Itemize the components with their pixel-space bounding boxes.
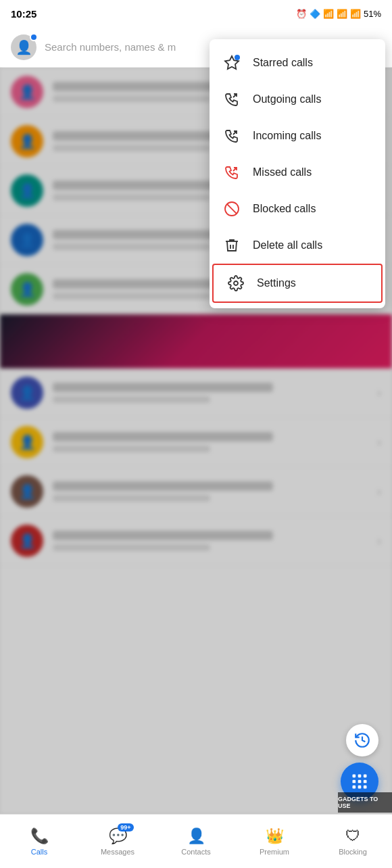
nav-item-blocking[interactable]: 🛡 Blocking bbox=[314, 827, 392, 856]
settings-icon bbox=[227, 274, 245, 292]
call-icon: 📶 bbox=[323, 9, 334, 19]
blocked-calls-label: Blocked calls bbox=[253, 203, 316, 215]
svg-rect-13 bbox=[364, 780, 367, 783]
outgoing-calls-label: Outgoing calls bbox=[253, 93, 321, 105]
avatar-notification-dot bbox=[30, 33, 38, 41]
svg-rect-14 bbox=[353, 786, 356, 789]
menu-item-blocked-calls[interactable]: Blocked calls bbox=[210, 191, 385, 227]
bluetooth-icon: 🔷 bbox=[310, 9, 320, 19]
svg-rect-9 bbox=[358, 775, 362, 778]
watermark-text: GADGETS TO USE bbox=[338, 796, 392, 809]
premium-nav-icon: 👑 bbox=[266, 827, 284, 845]
nav-item-contacts[interactable]: 👤 Contacts bbox=[157, 827, 235, 856]
blocking-nav-icon: 🛡 bbox=[345, 827, 360, 845]
calls-nav-icon: 📞 bbox=[30, 827, 49, 845]
svg-rect-11 bbox=[353, 780, 356, 783]
messages-badge: 99+ bbox=[118, 823, 133, 831]
watermark: GADGETS TO USE bbox=[338, 792, 392, 813]
dropdown-menu: Starred calls Outgoing calls Incoming ca… bbox=[210, 39, 385, 308]
svg-line-6 bbox=[227, 204, 237, 214]
contacts-nav-label: Contacts bbox=[181, 848, 210, 856]
menu-item-settings[interactable]: Settings bbox=[212, 264, 383, 303]
svg-rect-10 bbox=[364, 775, 367, 778]
menu-item-delete-calls[interactable]: Delete all calls bbox=[210, 227, 385, 264]
battery-icon: 51% bbox=[364, 9, 381, 19]
alarm-icon: ⏰ bbox=[296, 9, 307, 19]
starred-calls-label: Starred calls bbox=[253, 57, 313, 69]
svg-point-7 bbox=[234, 281, 238, 285]
delete-icon bbox=[223, 237, 241, 254]
svg-point-1 bbox=[235, 55, 240, 60]
incoming-calls-label: Incoming calls bbox=[253, 130, 321, 142]
incoming-call-icon bbox=[223, 127, 241, 145]
status-time: 10:25 bbox=[11, 8, 36, 20]
signal-icon: 📶 bbox=[350, 9, 361, 19]
menu-item-incoming-calls[interactable]: Incoming calls bbox=[210, 118, 385, 154]
premium-nav-label: Premium bbox=[260, 848, 289, 856]
svg-rect-12 bbox=[358, 780, 362, 783]
avatar[interactable]: 👤 bbox=[11, 34, 36, 60]
svg-rect-8 bbox=[353, 775, 356, 778]
wifi-icon: 📶 bbox=[337, 9, 347, 19]
menu-item-outgoing-calls[interactable]: Outgoing calls bbox=[210, 81, 385, 118]
svg-rect-15 bbox=[358, 786, 362, 789]
star-icon bbox=[223, 54, 241, 72]
blocking-nav-label: Blocking bbox=[339, 848, 367, 856]
settings-label: Settings bbox=[257, 277, 296, 289]
blocked-icon bbox=[223, 200, 241, 218]
menu-item-missed-calls[interactable]: Missed calls bbox=[210, 154, 385, 191]
nav-item-messages[interactable]: 💬 99+ Messages bbox=[78, 827, 157, 856]
menu-item-starred-calls[interactable]: Starred calls bbox=[210, 45, 385, 81]
person-icon: 👤 bbox=[16, 39, 32, 55]
nav-item-premium[interactable]: 👑 Premium bbox=[235, 827, 314, 856]
messages-nav-label: Messages bbox=[101, 848, 134, 856]
outgoing-call-icon bbox=[223, 91, 241, 108]
bottom-nav: 📞 Calls 💬 99+ Messages 👤 Contacts 👑 Prem… bbox=[0, 814, 392, 868]
calls-nav-label: Calls bbox=[31, 848, 47, 856]
status-bar: 10:25 ⏰ 🔷 📶 📶 📶 51% bbox=[0, 0, 392, 27]
missed-calls-label: Missed calls bbox=[253, 166, 312, 178]
nav-item-calls[interactable]: 📞 Calls bbox=[0, 827, 78, 856]
delete-calls-label: Delete all calls bbox=[253, 239, 322, 251]
recents-button[interactable] bbox=[346, 724, 378, 756]
status-icons: ⏰ 🔷 📶 📶 📶 51% bbox=[296, 9, 381, 19]
svg-rect-16 bbox=[364, 786, 367, 789]
contacts-nav-icon: 👤 bbox=[187, 827, 205, 845]
missed-call-icon bbox=[223, 164, 241, 181]
